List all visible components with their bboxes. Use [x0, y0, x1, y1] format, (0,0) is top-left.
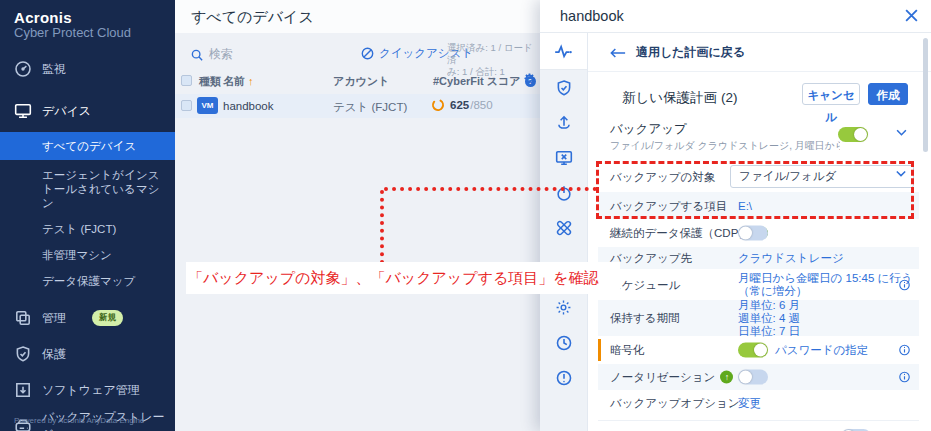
clock-icon [555, 334, 573, 352]
backup-module-toggle[interactable] [838, 127, 868, 142]
tab-history[interactable] [540, 325, 587, 360]
plan-name: 新しい保護計画 (2) [622, 89, 737, 107]
backup-module-label: バックアップ [610, 121, 687, 138]
plan-settings-rows: バックアップの対象 ファイル/フォルダ バックアップする項目 E:\ 継続的デー… [598, 161, 919, 431]
device-row-handbook[interactable]: VM handbook テスト (FJCT) 625/850 [175, 94, 540, 118]
tab-settings[interactable] [540, 290, 587, 325]
score-max: /850 [470, 99, 492, 111]
sidebar-subitem-label: データ保護マップ [42, 275, 135, 287]
logo-product: Cyber Protect Cloud [14, 25, 175, 40]
page-title: すべてのデバイス [191, 8, 314, 27]
schedule-value[interactable]: 月曜日から金曜日の 15:45 に行う（常に増分） [738, 272, 913, 298]
backup-items-value[interactable]: E:\ [738, 200, 752, 212]
sidebar-item-protection[interactable]: 保護 [0, 339, 175, 369]
plan-header: 新しい保護計画 (2) キャンセル 作成 [598, 77, 919, 117]
select-all-checkbox[interactable] [181, 75, 192, 86]
sidebar-item-all-devices[interactable]: すべてのデバイス [0, 132, 175, 160]
encryption-toggle[interactable] [738, 343, 768, 358]
row-notarization: ノータリゼーション↑ [598, 364, 919, 390]
sidebar-item-data-protection-map[interactable]: データ保護マップ [0, 269, 175, 293]
tab-protection[interactable] [540, 70, 587, 105]
search-icon [191, 49, 203, 61]
devices-list-area: すべてのデバイス 検索 クイックアシスト 選択済み: 1 / ロード済 み: 1… [175, 0, 540, 431]
sidebar-item-label: 監視 [42, 61, 66, 78]
desktop-x-icon [555, 149, 573, 167]
search-placeholder: 検索 [209, 46, 233, 63]
backup-options-change-link[interactable]: 変更 [738, 395, 761, 410]
backup-module-summary: ファイル/フォルダ クラウドストレージ, 月曜日から金曜日の 15:45 に行う… [610, 139, 840, 153]
shield-check-icon [14, 345, 32, 363]
sidebar-item-devices[interactable]: デバイス [0, 96, 175, 126]
chevron-down-icon [896, 170, 906, 177]
new-badge: 新規 [92, 310, 123, 326]
panel-scrollbar[interactable] [923, 38, 928, 152]
logo-acronis: Acronis [14, 9, 175, 26]
close-icon[interactable] [904, 8, 919, 23]
sidebar-subitem-label: すべてのデバイス [42, 140, 136, 152]
backup-items-label: バックアップする項目 [610, 198, 727, 213]
sidebar-item-unmanaged[interactable]: 非管理マシン [0, 243, 175, 267]
info-icon[interactable] [898, 344, 911, 357]
annotation-dotted-line-horizontal [384, 187, 597, 191]
annotation-dotted-line-vertical [380, 190, 384, 264]
encryption-value[interactable]: パスワードの指定 [775, 343, 868, 358]
back-to-plans-link[interactable]: 適用した計画に戻る [610, 44, 745, 61]
device-name[interactable]: handbook [223, 100, 274, 112]
annotation-text: 「バックアップの対象」、「バックアップする項目」を確認 [186, 262, 620, 294]
row-checkbox[interactable] [181, 100, 192, 111]
tab-recovery[interactable] [540, 105, 587, 140]
sidebar-item-software-management[interactable]: ソフトウェア管理 [0, 375, 175, 405]
score-value: 625 [450, 99, 469, 111]
cdp-toggle[interactable] [738, 226, 768, 241]
back-link-label: 適用した計画に戻る [636, 44, 745, 61]
patches-icon [555, 219, 573, 237]
create-button[interactable]: 作成 [868, 83, 908, 105]
back-row: 適用した計画に戻る [588, 33, 931, 72]
info-icon[interactable] [898, 278, 911, 291]
device-account: テスト (FJCT) [333, 100, 407, 115]
notarization-toggle[interactable] [738, 370, 768, 385]
sidebar-item-management[interactable]: 管理 新規 [0, 303, 175, 333]
device-details-panel: handbook [540, 0, 931, 431]
panel-header: handbook [540, 0, 931, 33]
row-backup-source: バックアップの対象 ファイル/フォルダ [598, 161, 919, 192]
backup-destination-value[interactable]: クラウドストレージ [738, 251, 844, 266]
monitor-icon [14, 102, 32, 120]
retention-value[interactable]: 月単位: 6 月週単位: 4 週日単位: 7 日 [738, 299, 800, 338]
table-settings-gear-icon[interactable] [523, 72, 536, 85]
tab-power[interactable] [540, 175, 587, 210]
cyberfit-score-cell: 625/850 [431, 98, 493, 112]
sidebar-item-label: 保護 [42, 346, 66, 363]
row-backup-options: バックアップオプション 変更 [598, 390, 919, 415]
column-name[interactable]: 名前 ↑ [223, 74, 254, 89]
column-cyberfit-score[interactable]: #CyberFit スコア ? [433, 74, 536, 89]
sidebar-item-test-fjct[interactable]: テスト (FJCT) [0, 217, 175, 241]
panel-title: handbook [560, 8, 624, 24]
column-account[interactable]: アカウント [333, 74, 389, 89]
sidebar-item-label: ソフトウェア管理 [42, 382, 140, 399]
recovery-arrow-icon [555, 114, 573, 132]
copy-icon [14, 309, 32, 327]
screen: Acronis Cyber Protect Cloud 監視 デバイス すべての… [0, 0, 931, 431]
circle-slash-icon [361, 47, 374, 60]
sidebar-item-monitoring[interactable]: 監視 [0, 54, 175, 84]
cancel-button[interactable]: キャンセル [802, 83, 860, 105]
sidebar-subitem-label: エージェントがインストールされているマシン [42, 169, 159, 209]
tab-alerts[interactable] [540, 360, 587, 395]
row-retention: 保持する期間 月単位: 6 月週単位: 4 週日単位: 7 日 [598, 300, 919, 336]
sidebar-item-agent-machines[interactable]: エージェントがインストールされているマシン [0, 163, 175, 215]
info-icon[interactable] [898, 371, 911, 384]
row-cdp: 継続的データ保護（CDP）↑ [598, 219, 919, 247]
tab-patches[interactable] [540, 210, 587, 245]
tab-activities[interactable] [540, 33, 587, 70]
vm-type-icon: VM [197, 97, 218, 114]
acronis-logo: Acronis Cyber Protect Cloud [0, 0, 175, 40]
row-encryption: 暗号化 パスワードの指定 [598, 336, 919, 364]
column-type[interactable]: 種類 [199, 74, 221, 89]
panel-icon-strip [540, 33, 588, 431]
backup-source-select[interactable]: ファイル/フォルダ [730, 165, 914, 188]
tab-remote-desktop[interactable] [540, 140, 587, 175]
search-input[interactable]: 検索 [191, 46, 233, 63]
sidebar-item-label: デバイス [42, 103, 91, 120]
chevron-down-icon[interactable] [896, 129, 907, 136]
